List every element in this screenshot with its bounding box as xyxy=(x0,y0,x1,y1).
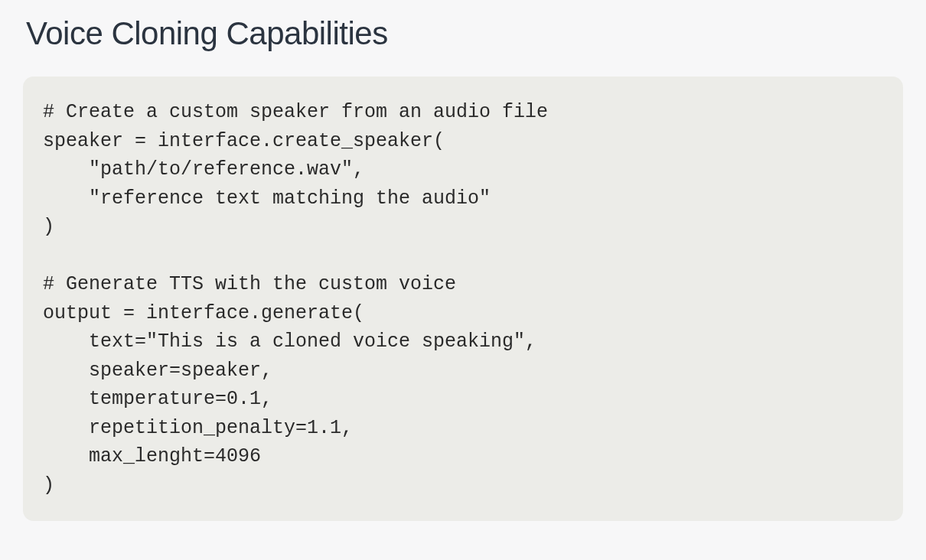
content-container: Voice Cloning Capabilities # Create a cu… xyxy=(0,0,926,544)
code-block[interactable]: # Create a custom speaker from an audio … xyxy=(23,77,903,521)
section-heading: Voice Cloning Capabilities xyxy=(26,15,903,52)
